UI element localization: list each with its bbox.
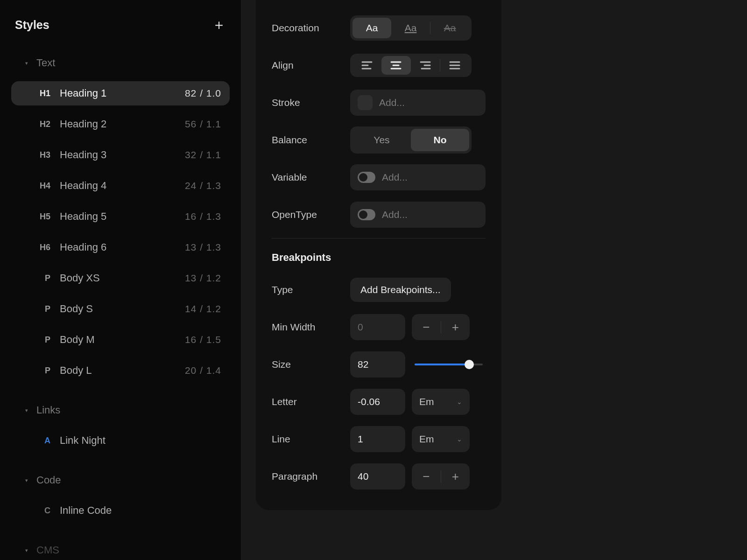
section-links[interactable]: ▾ Links (11, 399, 230, 422)
style-tag: H3 (32, 150, 50, 160)
stroke-field[interactable]: Add... (350, 90, 486, 116)
opentype-label: OpenType (272, 209, 350, 220)
section-label: Code (36, 474, 61, 486)
stroke-label: Stroke (272, 97, 350, 108)
chevron-down-icon: ⌄ (457, 435, 462, 443)
style-item-heading-5[interactable]: H5 Heading 5 16 / 1.3 (11, 204, 230, 229)
decoration-strike[interactable]: Aa (430, 18, 469, 38)
sidebar-title: Styles (15, 18, 49, 32)
align-label: Align (272, 60, 350, 71)
bp-letter-label: Letter (272, 396, 350, 407)
style-name: Link Night (60, 434, 221, 447)
style-item-body-xs[interactable]: P Body XS 13 / 1.2 (11, 266, 230, 290)
balance-no[interactable]: No (411, 129, 469, 151)
bp-paragraph-label: Paragraph (272, 471, 350, 482)
variable-field[interactable]: Add... (350, 164, 486, 190)
style-tag: P (32, 273, 50, 283)
balance-label: Balance (272, 134, 350, 146)
style-meta: 16 / 1.5 (185, 334, 221, 345)
slider-thumb[interactable] (465, 360, 474, 369)
style-meta: 20 / 1.4 (185, 365, 221, 376)
chevron-down-icon: ▾ (25, 477, 30, 483)
line-unit-select[interactable]: Em ⌄ (412, 426, 470, 452)
align-right-icon (411, 61, 440, 70)
style-tag: H5 (32, 212, 50, 222)
style-name: Heading 1 (60, 87, 176, 99)
paragraph-decrement[interactable]: − (412, 469, 441, 484)
align-justify[interactable] (440, 56, 469, 75)
size-input[interactable]: 82 (350, 351, 405, 378)
add-breakpoints-button[interactable]: Add Breakpoints... (350, 278, 451, 302)
section-label: CMS (36, 544, 59, 556)
minwidth-stepper: − + (412, 314, 470, 340)
size-slider[interactable] (415, 364, 483, 365)
section-label: Links (36, 404, 60, 416)
section-cms[interactable]: ▾ CMS (11, 539, 230, 560)
chevron-down-icon: ⌄ (457, 398, 462, 406)
style-meta: 82 / 1.0 (185, 88, 221, 99)
letter-unit-select[interactable]: Em ⌄ (412, 389, 470, 415)
style-item-body-l[interactable]: P Body L 20 / 1.4 (11, 358, 230, 383)
style-meta: 24 / 1.3 (185, 180, 221, 191)
style-item-heading-2[interactable]: H2 Heading 2 56 / 1.1 (11, 112, 230, 136)
align-left[interactable] (352, 56, 381, 75)
style-item-inline-code[interactable]: C Inline Code (11, 498, 230, 523)
bp-type-label: Type (272, 284, 350, 295)
bp-size-label: Size (272, 359, 350, 370)
style-tag: H4 (32, 181, 50, 191)
add-style-button[interactable]: ＋ (212, 18, 226, 32)
style-name: Body L (60, 364, 176, 377)
minwidth-decrement[interactable]: − (412, 320, 441, 335)
decoration-label: Decoration (272, 22, 350, 34)
chevron-down-icon: ▾ (25, 60, 30, 66)
paragraph-input[interactable]: 40 (350, 463, 405, 490)
styles-sidebar: Styles ＋ ▾ Text H1 Heading 1 82 / 1.0 H2… (0, 0, 242, 560)
style-tag: P (32, 304, 50, 314)
chevron-down-icon: ▾ (25, 407, 30, 413)
style-name: Heading 4 (60, 180, 176, 192)
decoration-none[interactable]: Aa (352, 18, 391, 38)
opentype-placeholder: Add... (382, 209, 408, 220)
opentype-field[interactable]: Add... (350, 202, 486, 228)
style-meta: 14 / 1.2 (185, 303, 221, 315)
align-segmented (350, 54, 472, 77)
style-tag: C (32, 506, 50, 516)
style-item-heading-3[interactable]: H3 Heading 3 32 / 1.1 (11, 143, 230, 167)
decoration-underline[interactable]: Aa (391, 18, 430, 38)
style-tag: H1 (32, 89, 50, 98)
bp-minwidth-label: Min Width (272, 322, 350, 333)
paragraph-stepper: − + (412, 463, 470, 490)
align-right[interactable] (411, 56, 440, 75)
align-center-icon (381, 61, 410, 70)
breakpoints-heading: Breakpoints (272, 252, 486, 264)
style-item-body-s[interactable]: P Body S 14 / 1.2 (11, 297, 230, 321)
paragraph-increment[interactable]: + (441, 469, 470, 484)
align-center[interactable] (381, 56, 410, 75)
style-tag: P (32, 366, 50, 376)
style-name: Heading 6 (60, 241, 176, 253)
toggle-icon (358, 209, 375, 220)
style-item-heading-6[interactable]: H6 Heading 6 13 / 1.3 (11, 235, 230, 259)
letter-input[interactable]: -0.06 (350, 389, 405, 415)
slider-fill (415, 364, 469, 365)
decoration-segmented: Aa Aa Aa (350, 15, 472, 41)
minwidth-input[interactable]: 0 (350, 314, 405, 340)
section-code[interactable]: ▾ Code (11, 469, 230, 492)
style-item-body-m[interactable]: P Body M 16 / 1.5 (11, 328, 230, 352)
style-tag: H2 (32, 119, 50, 129)
minwidth-increment[interactable]: + (441, 320, 470, 335)
style-tag: P (32, 335, 50, 345)
balance-yes[interactable]: Yes (352, 129, 411, 151)
style-item-link-night[interactable]: A Link Night (11, 428, 230, 453)
align-left-icon (352, 61, 381, 70)
toggle-icon (358, 172, 375, 183)
bp-line-label: Line (272, 434, 350, 445)
style-item-heading-1[interactable]: H1 Heading 1 82 / 1.0 (11, 81, 230, 105)
style-item-heading-4[interactable]: H4 Heading 4 24 / 1.3 (11, 174, 230, 198)
style-name: Body M (60, 334, 176, 346)
style-name: Heading 3 (60, 149, 176, 161)
style-name: Heading 2 (60, 118, 176, 130)
section-text[interactable]: ▾ Text (11, 51, 230, 75)
line-input[interactable]: 1 (350, 426, 405, 452)
properties-panel: Decoration Aa Aa Aa Align (256, 0, 501, 510)
